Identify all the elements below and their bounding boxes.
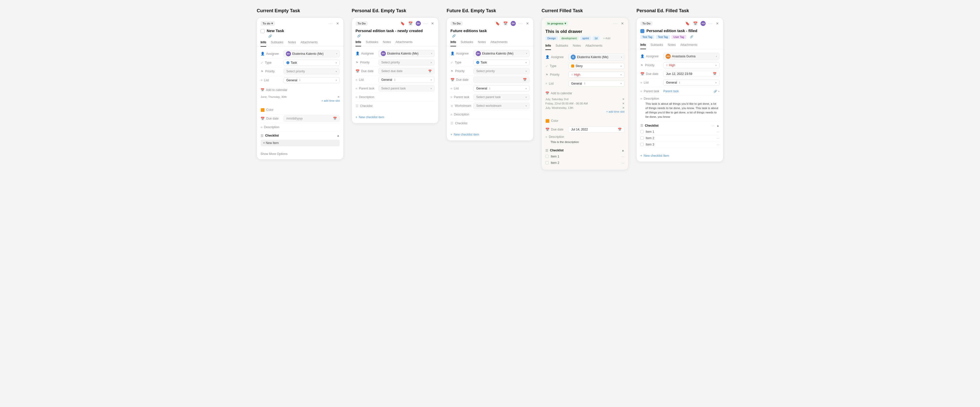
list-select-2[interactable]: General ℹ ▾	[379, 77, 434, 83]
close-button-1[interactable]: ✕	[336, 21, 340, 26]
tag-link-5[interactable]: 🔗	[688, 35, 695, 39]
add-calendar-row-1[interactable]: 📅 Add to calendar	[261, 87, 340, 93]
add-calendar-row-4[interactable]: 📅 Add to calendar	[546, 90, 625, 96]
checklist-dots-4-1[interactable]: ···	[621, 154, 625, 158]
assignee-chip-3[interactable]: EK Ekaterina Kalento (Me) ▾	[473, 50, 530, 57]
date-note-close-1[interactable]: ✕	[337, 95, 340, 99]
checklist-dots-5-2[interactable]: ···	[716, 136, 719, 140]
assignee-chip-2[interactable]: EK Ekaterina Kalento (Me) ▾	[379, 50, 434, 57]
tab-info-5[interactable]: Info	[640, 41, 646, 49]
priority-select-3[interactable]: Select priority ▾	[473, 68, 530, 74]
checklist-checkbox-4-2[interactable]	[546, 161, 549, 165]
status-badge-3[interactable]: To Do	[450, 21, 463, 26]
bookmark-button-2[interactable]: 🔖	[400, 21, 405, 26]
tab-attachments-5[interactable]: Attachments	[680, 41, 697, 49]
tag-test2-5[interactable]: Test Tag	[656, 35, 670, 39]
new-item-input-1[interactable]: + New Item	[261, 140, 340, 146]
priority-select-2[interactable]: Select priority ▾	[379, 59, 434, 65]
due-date-input-1[interactable]: mm/dd/yyyy 📅	[283, 116, 340, 122]
tab-info-1[interactable]: Info	[261, 39, 266, 47]
parent-task-link-5[interactable]: Parent task	[663, 89, 679, 93]
status-badge-2[interactable]: To Do	[355, 21, 368, 26]
tag-add-4[interactable]: + Add	[601, 36, 612, 40]
task-checkbox-1[interactable]	[261, 29, 265, 33]
type-select-3[interactable]: ✓ Task ▾	[473, 59, 530, 65]
parent-task-select-3[interactable]: Select parent task ▾	[473, 94, 530, 100]
list-select-5[interactable]: General ℹ ▾	[663, 79, 719, 86]
date-note-close-4a[interactable]: ✕	[622, 98, 625, 101]
list-select-4[interactable]: General ℹ ▾	[568, 81, 625, 87]
priority-select-5[interactable]: ↑ High ▾	[663, 62, 719, 68]
tag-sprint-4[interactable]: sprint	[580, 36, 591, 40]
calendar-button-3[interactable]: 📅	[503, 21, 508, 26]
dots-icon-2[interactable]: ···	[423, 21, 428, 25]
tab-info-4[interactable]: Info	[546, 42, 551, 50]
tab-notes-1[interactable]: Notes	[288, 39, 296, 47]
tab-subtasks-1[interactable]: Subtasks	[271, 39, 283, 47]
date-note-close-4c[interactable]: ✕	[622, 106, 625, 109]
tab-notes-5[interactable]: Notes	[668, 41, 676, 49]
checklist-collapse-4[interactable]: ▲	[621, 149, 625, 152]
parent-task-select-2[interactable]: Select parent task ▾	[379, 86, 434, 92]
tab-notes-3[interactable]: Notes	[478, 39, 486, 46]
due-date-input-5[interactable]: Jun 12, 2022 23:59 📅	[663, 71, 719, 77]
type-select-4[interactable]: Story ▾	[568, 63, 625, 69]
priority-select-4[interactable]: ↑ High ▾	[568, 71, 625, 78]
tag-test1-5[interactable]: Test Tag	[640, 35, 654, 39]
tab-attachments-3[interactable]: Attachments	[490, 39, 508, 46]
close-button-2[interactable]: ✕	[431, 21, 434, 26]
show-more-btn-1[interactable]: Show More Options	[261, 150, 287, 157]
status-badge-1[interactable]: To do ▾	[261, 21, 275, 26]
parent-task-link-icon-5[interactable]: 🔗	[714, 90, 717, 93]
bookmark-button-5[interactable]: 🔖	[685, 21, 690, 26]
close-button-3[interactable]: ✕	[525, 21, 530, 26]
new-checklist-btn-3[interactable]: + New checklist item	[450, 131, 530, 137]
due-date-select-2[interactable]: Select due date 📅	[379, 68, 434, 74]
checklist-dots-5-3[interactable]: ···	[716, 143, 719, 147]
tab-subtasks-2[interactable]: Subtasks	[366, 39, 378, 46]
checklist-checkbox-5-1[interactable]	[640, 130, 644, 133]
assignee-chip-4[interactable]: E Ekaterina Kalento (Me) ▾	[568, 54, 625, 61]
assignee-chip-1[interactable]: EK Ekaterina Kalento (Me) ▾	[283, 50, 340, 57]
dots-icon-1[interactable]: ···	[328, 21, 333, 25]
dots-icon-3[interactable]: ···	[518, 21, 523, 25]
list-select-3[interactable]: General ℹ ▾	[473, 86, 530, 92]
priority-select-1[interactable]: Select priority ▾	[283, 68, 340, 74]
date-add-slot-4[interactable]: + add time slot	[546, 110, 625, 113]
tab-attachments-2[interactable]: Attachments	[396, 39, 413, 46]
workstream-select-3[interactable]: Select workstream ▾	[473, 103, 530, 109]
new-checklist-btn-5[interactable]: + New checklist Item	[640, 152, 719, 158]
dots-icon-4[interactable]: ···	[613, 21, 618, 25]
checklist-collapse-5[interactable]: ▲	[716, 124, 719, 127]
type-select-1[interactable]: Task ▾	[283, 60, 340, 66]
checklist-dots-5-1[interactable]: ···	[716, 130, 719, 134]
due-date-input-3[interactable]: 📅	[473, 77, 530, 83]
calendar-button-5[interactable]: 📅	[693, 21, 698, 26]
tag-design-4[interactable]: Design	[546, 36, 558, 40]
tab-attachments-1[interactable]: Attachments	[301, 39, 318, 47]
tab-info-3[interactable]: Info	[450, 39, 456, 46]
calendar-button-2[interactable]: 📅	[408, 21, 413, 26]
status-badge-5[interactable]: To Do	[640, 21, 652, 26]
new-checklist-btn-2[interactable]: + New checklist item	[355, 114, 434, 120]
due-date-input-4[interactable]: Jul 14, 2022 📅	[568, 127, 625, 133]
checklist-header-dots-5[interactable]: ···	[711, 124, 714, 128]
list-select-1[interactable]: General ℹ ▾	[283, 77, 340, 83]
checklist-collapse-1[interactable]: ▲	[337, 134, 340, 137]
tab-notes-4[interactable]: Notes	[573, 42, 581, 50]
tag-1d-4[interactable]: 1d	[593, 36, 600, 40]
tag-user-5[interactable]: User Tag	[671, 35, 686, 39]
task-checkbox-5[interactable]	[640, 29, 644, 33]
close-button-4[interactable]: ✕	[620, 21, 625, 26]
tab-info-2[interactable]: Info	[355, 39, 361, 46]
tag-development-4[interactable]: development	[559, 36, 579, 40]
checklist-dots-4-2[interactable]: ···	[621, 161, 625, 165]
tab-attachments-4[interactable]: Attachments	[585, 42, 603, 50]
checklist-checkbox-5-2[interactable]	[640, 136, 644, 140]
tab-subtasks-4[interactable]: Subtasks	[555, 42, 568, 50]
close-button-5[interactable]: ✕	[715, 21, 719, 26]
dots-icon-5[interactable]: ···	[708, 21, 713, 25]
checklist-checkbox-4-1[interactable]	[546, 155, 549, 158]
assignee-chip-5[interactable]: AG Anastasia Gurina ▾	[663, 53, 719, 60]
checklist-checkbox-5-3[interactable]	[640, 143, 644, 146]
